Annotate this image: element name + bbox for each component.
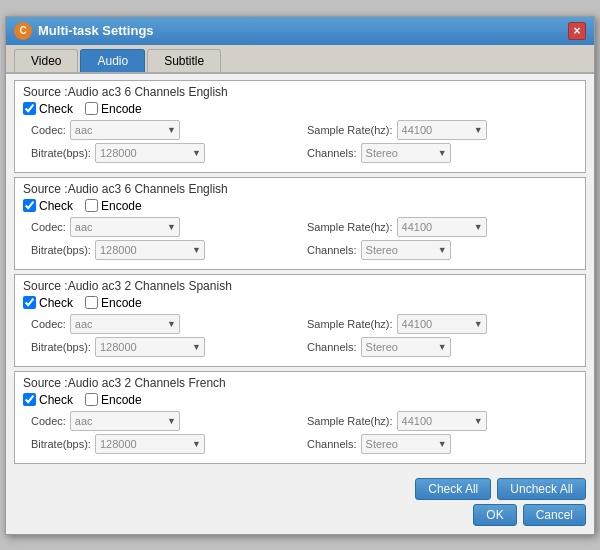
codec-label-4: Codec: [31, 415, 66, 427]
bitrate-left-3: Bitrate(bps): 128000 [31, 337, 301, 357]
bitrate-container-1: 128000 [95, 143, 205, 163]
ok-button[interactable]: OK [473, 504, 516, 526]
codec-label-1: Codec: [31, 124, 66, 136]
sample-rate-container-2: 44100 [397, 217, 487, 237]
channels-container-2: Stereo [361, 240, 451, 260]
check-checkbox-1[interactable] [23, 102, 36, 115]
right-fields-3: Sample Rate(hz): 44100 [307, 314, 577, 334]
bitrate-left-1: Bitrate(bps): 128000 [31, 143, 301, 163]
sample-rate-select-4[interactable]: 44100 [397, 411, 487, 431]
sample-rate-select-2[interactable]: 44100 [397, 217, 487, 237]
sample-rate-label-3: Sample Rate(hz): [307, 318, 393, 330]
codec-label-3: Codec: [31, 318, 66, 330]
left-fields-4: Codec: aac [31, 411, 301, 431]
codec-row-4: Codec: aac Sample Rate(hz): 44100 [23, 411, 577, 431]
sample-rate-label-1: Sample Rate(hz): [307, 124, 393, 136]
bitrate-left-2: Bitrate(bps): 128000 [31, 240, 301, 260]
check-row-2: Check Encode [23, 199, 577, 213]
channels-select-1[interactable]: Stereo [361, 143, 451, 163]
encode-item-2: Encode [85, 199, 142, 213]
source-label-2: Source :Audio ac3 6 Channels English [23, 182, 577, 196]
sample-rate-select-3[interactable]: 44100 [397, 314, 487, 334]
channels-container-4: Stereo [361, 434, 451, 454]
source-label-4: Source :Audio ac3 2 Channels French [23, 376, 577, 390]
channels-container-1: Stereo [361, 143, 451, 163]
bitrate-select-3[interactable]: 128000 [95, 337, 205, 357]
check-item-2: Check [23, 199, 73, 213]
tab-subtitle[interactable]: Subtitle [147, 49, 221, 72]
tab-video[interactable]: Video [14, 49, 78, 72]
channels-select-2[interactable]: Stereo [361, 240, 451, 260]
check-checkbox-4[interactable] [23, 393, 36, 406]
check-all-button[interactable]: Check All [415, 478, 491, 500]
bitrate-row-3: Bitrate(bps): 128000 Channels: Stereo [23, 337, 577, 357]
left-fields-3: Codec: aac [31, 314, 301, 334]
bitrate-select-2[interactable]: 128000 [95, 240, 205, 260]
title-bar-left: C Multi-task Settings [14, 22, 154, 40]
audio-section-1: Source :Audio ac3 6 Channels English Che… [14, 80, 586, 173]
right-fields-2: Sample Rate(hz): 44100 [307, 217, 577, 237]
check-label-3: Check [39, 296, 73, 310]
source-label-1: Source :Audio ac3 6 Channels English [23, 85, 577, 99]
sample-rate-container-4: 44100 [397, 411, 487, 431]
encode-checkbox-2[interactable] [85, 199, 98, 212]
channels-right-1: Channels: Stereo [307, 143, 577, 163]
bitrate-row-4: Bitrate(bps): 128000 Channels: Stereo [23, 434, 577, 454]
channels-label-1: Channels: [307, 147, 357, 159]
encode-item-3: Encode [85, 296, 142, 310]
encode-checkbox-3[interactable] [85, 296, 98, 309]
codec-select-2[interactable]: aac [70, 217, 180, 237]
codec-select-3[interactable]: aac [70, 314, 180, 334]
encode-label-1: Encode [101, 102, 142, 116]
close-button[interactable]: × [568, 22, 586, 40]
check-checkbox-3[interactable] [23, 296, 36, 309]
sample-rate-select-1[interactable]: 44100 [397, 120, 487, 140]
bitrate-row-1: Bitrate(bps): 128000 Channels: Stereo [23, 143, 577, 163]
channels-right-2: Channels: Stereo [307, 240, 577, 260]
audio-section-3: Source :Audio ac3 2 Channels Spanish Che… [14, 274, 586, 367]
dialog-title: Multi-task Settings [38, 23, 154, 38]
bitrate-label-3: Bitrate(bps): [31, 341, 91, 353]
left-fields-2: Codec: aac [31, 217, 301, 237]
bitrate-label-2: Bitrate(bps): [31, 244, 91, 256]
sample-rate-container-3: 44100 [397, 314, 487, 334]
channels-select-4[interactable]: Stereo [361, 434, 451, 454]
channels-label-4: Channels: [307, 438, 357, 450]
check-row-3: Check Encode [23, 296, 577, 310]
cancel-button[interactable]: Cancel [523, 504, 586, 526]
content-area: Source :Audio ac3 6 Channels English Che… [6, 74, 594, 474]
encode-label-3: Encode [101, 296, 142, 310]
channels-container-3: Stereo [361, 337, 451, 357]
bitrate-container-4: 128000 [95, 434, 205, 454]
codec-row-3: Codec: aac Sample Rate(hz): 44100 [23, 314, 577, 334]
uncheck-all-button[interactable]: Uncheck All [497, 478, 586, 500]
check-checkbox-2[interactable] [23, 199, 36, 212]
bitrate-container-3: 128000 [95, 337, 205, 357]
sample-rate-container-1: 44100 [397, 120, 487, 140]
bitrate-container-2: 128000 [95, 240, 205, 260]
encode-item-1: Encode [85, 102, 142, 116]
check-row-1: Check Encode [23, 102, 577, 116]
check-label-2: Check [39, 199, 73, 213]
bitrate-select-4[interactable]: 128000 [95, 434, 205, 454]
sample-rate-label-4: Sample Rate(hz): [307, 415, 393, 427]
check-label-1: Check [39, 102, 73, 116]
right-fields-4: Sample Rate(hz): 44100 [307, 411, 577, 431]
check-all-row: Check All Uncheck All [14, 478, 586, 500]
encode-checkbox-1[interactable] [85, 102, 98, 115]
channels-select-3[interactable]: Stereo [361, 337, 451, 357]
encode-item-4: Encode [85, 393, 142, 407]
audio-section-2: Source :Audio ac3 6 Channels English Che… [14, 177, 586, 270]
codec-select-container-2: aac [70, 217, 180, 237]
app-icon: C [14, 22, 32, 40]
codec-select-container-4: aac [70, 411, 180, 431]
channels-label-2: Channels: [307, 244, 357, 256]
check-row-4: Check Encode [23, 393, 577, 407]
encode-checkbox-4[interactable] [85, 393, 98, 406]
codec-select-1[interactable]: aac [70, 120, 180, 140]
title-bar: C Multi-task Settings × [6, 17, 594, 45]
codec-select-4[interactable]: aac [70, 411, 180, 431]
bitrate-select-1[interactable]: 128000 [95, 143, 205, 163]
tab-audio[interactable]: Audio [80, 49, 145, 72]
bitrate-left-4: Bitrate(bps): 128000 [31, 434, 301, 454]
